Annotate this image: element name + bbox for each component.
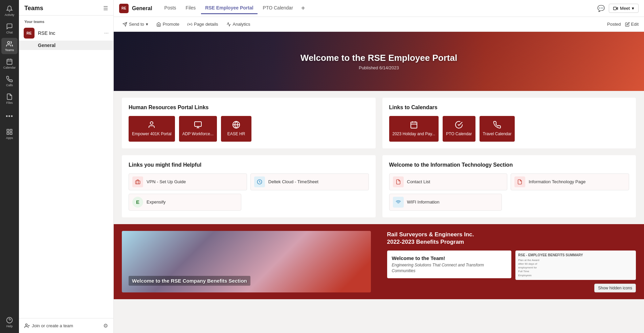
main-content: RE General Posts Files RSE Employee Port… bbox=[114, 0, 644, 333]
helpful-link-row-2: E Expensify bbox=[129, 194, 369, 211]
tab-rse-employee-portal[interactable]: RSE Employee Portal bbox=[201, 2, 257, 14]
actionbar: Send to ▾ Promote Page details Analytics… bbox=[114, 17, 644, 32]
welcome-card: Welcome to the Team! Engineering Solutio… bbox=[387, 251, 512, 279]
channel-title: General bbox=[132, 5, 152, 11]
ease-hr-button[interactable]: EASE HR bbox=[221, 116, 251, 142]
meet-button[interactable]: Meet ▾ bbox=[609, 4, 639, 13]
contact-list-icon bbox=[393, 176, 404, 187]
svg-rect-6 bbox=[10, 129, 12, 131]
it-link-row-2: WIFI Information bbox=[389, 194, 629, 211]
welcome-card-subtitle: Engineering Solutions That Connect and T… bbox=[392, 262, 507, 274]
helpful-section-title: Links you might find Helpful bbox=[129, 162, 369, 168]
svg-marker-14 bbox=[616, 7, 618, 9]
travel-calendar-button[interactable]: Travel Calendar bbox=[480, 116, 515, 142]
svg-rect-29 bbox=[135, 181, 140, 184]
hr-section: Human Resources Portal Links Empower 401… bbox=[122, 98, 376, 148]
teams-panel-footer: Join or create a team ⚙ bbox=[19, 318, 113, 333]
helpful-links: VPN - Set Up Guide Deltek Cloud - TimeSh… bbox=[129, 173, 369, 211]
channel-general[interactable]: General bbox=[19, 41, 113, 50]
it-links: Contact List Information Technology Page bbox=[389, 173, 629, 211]
it-page-icon bbox=[514, 176, 525, 187]
teams-settings-icon[interactable]: ⚙ bbox=[103, 323, 108, 329]
analytics-button[interactable]: Analytics bbox=[223, 20, 254, 28]
sidebar-item-chat[interactable]: Chat bbox=[1, 20, 18, 37]
tab-pto-calendar[interactable]: PTO Calendar bbox=[259, 2, 297, 14]
team-more-options[interactable]: ··· bbox=[104, 30, 109, 36]
channel-name: General bbox=[38, 43, 55, 48]
deltek-cloud-link[interactable]: Deltek Cloud - TimeSheet bbox=[250, 173, 369, 190]
tab-files[interactable]: Files bbox=[182, 2, 200, 14]
show-hidden-icons-button[interactable]: Show hidden icons bbox=[594, 284, 636, 292]
sidebar-item-help[interactable]: Help bbox=[1, 314, 18, 330]
analytics-label: Analytics bbox=[233, 22, 250, 27]
svg-rect-25 bbox=[411, 122, 417, 128]
bottom-section: Welcome to the RSE Company Benefits Sect… bbox=[114, 224, 644, 300]
send-to-button[interactable]: Send to ▾ bbox=[119, 20, 152, 28]
meet-label: Meet bbox=[620, 6, 630, 11]
actionbar-left: Send to ▾ Promote Page details Analytics bbox=[119, 20, 254, 28]
hero-title: Welcome to the RSE Employee Portal bbox=[301, 53, 457, 63]
it-page-label: Information Technology Page bbox=[529, 179, 585, 184]
team-avatar: RE bbox=[24, 28, 35, 39]
empower-401k-button[interactable]: Empower 401K Portal bbox=[129, 116, 175, 142]
calendars-section: Links to Calendars 2023 Holiday and Pay.… bbox=[382, 98, 636, 148]
wifi-icon bbox=[393, 197, 404, 208]
join-create-team-button[interactable]: Join or create a team bbox=[24, 323, 73, 329]
svg-rect-5 bbox=[7, 129, 9, 131]
svg-rect-1 bbox=[7, 59, 12, 64]
benefits-card[interactable]: Welcome to the RSE Company Benefits Sect… bbox=[122, 231, 371, 293]
svg-point-18 bbox=[189, 24, 191, 25]
edit-button[interactable]: Edit bbox=[625, 22, 639, 27]
teams-filter-icon[interactable]: ☰ bbox=[103, 5, 108, 11]
svg-rect-15 bbox=[614, 7, 617, 9]
adp-workforce-button[interactable]: ADP Workforce... bbox=[179, 116, 217, 142]
topbar-tabs: Posts Files RSE Employee Portal PTO Cale… bbox=[160, 2, 598, 14]
page-details-button[interactable]: Page details bbox=[184, 20, 222, 28]
sidebar-item-calls[interactable]: Calls bbox=[1, 73, 18, 89]
bottom-left: Welcome to the RSE Company Benefits Sect… bbox=[114, 224, 379, 300]
bottom-right: Rail Surveyors & Engineers Inc.2022-2023… bbox=[379, 224, 644, 300]
benefits-program-title: Rail Surveyors & Engineers Inc.2022-2023… bbox=[387, 231, 636, 246]
sidebar-item-files[interactable]: Files bbox=[1, 91, 18, 107]
page-details-label: Page details bbox=[194, 22, 218, 27]
sidebar-item-teams[interactable]: Teams bbox=[1, 38, 18, 54]
it-link-row-1: Contact List Information Technology Page bbox=[389, 173, 629, 190]
vpn-setup-link[interactable]: VPN - Set Up Guide bbox=[129, 173, 247, 190]
your-teams-label: Your teams bbox=[19, 16, 113, 26]
page-area: Welcome to the RSE Employee Portal Publi… bbox=[114, 32, 644, 333]
sidebar-item-activity[interactable]: Activity bbox=[1, 3, 18, 19]
hr-buttons: Empower 401K Portal ADP Workforce... EAS… bbox=[129, 116, 369, 142]
sidebar-item-more[interactable]: ••• bbox=[1, 108, 18, 124]
vpn-label: VPN - Set Up Guide bbox=[147, 179, 186, 184]
posted-label: Posted bbox=[607, 22, 621, 27]
wifi-info-label: WIFI Information bbox=[407, 199, 440, 205]
svg-point-0 bbox=[7, 41, 10, 44]
svg-rect-7 bbox=[10, 132, 12, 134]
sidebar-item-calendar[interactable]: Calendar bbox=[1, 55, 18, 72]
helpful-link-row-1: VPN - Set Up Guide Deltek Cloud - TimeSh… bbox=[129, 173, 369, 190]
tab-posts[interactable]: Posts bbox=[160, 2, 180, 14]
holiday-pay-button[interactable]: 2023 Holiday and Pay... bbox=[389, 116, 439, 142]
promote-button[interactable]: Promote bbox=[153, 20, 183, 28]
contact-list-label: Contact List bbox=[407, 179, 430, 184]
helpful-section: Links you might find Helpful VPN - Set U… bbox=[122, 155, 376, 217]
team-rse-inc[interactable]: RE RSE Inc ··· bbox=[19, 26, 113, 41]
content-sections: Human Resources Portal Links Empower 401… bbox=[114, 91, 644, 224]
deltek-label: Deltek Cloud - TimeSheet bbox=[268, 179, 318, 184]
sidebar: Activity Chat Teams Calendar Calls Files… bbox=[0, 0, 19, 333]
contact-list-link[interactable]: Contact List bbox=[389, 173, 508, 190]
chat-bubble-icon[interactable]: 💬 bbox=[597, 5, 605, 12]
sidebar-item-apps[interactable]: Apps bbox=[1, 126, 18, 142]
hero-banner: Welcome to the RSE Employee Portal Publi… bbox=[114, 32, 644, 91]
wifi-info-link[interactable]: WIFI Information bbox=[389, 194, 502, 211]
expensify-link[interactable]: E Expensify bbox=[129, 194, 241, 211]
add-tab-button[interactable]: + bbox=[298, 3, 308, 14]
it-section: Welcome to the Information Technology Se… bbox=[382, 155, 636, 217]
cal-buttons: 2023 Holiday and Pay... PTO Calendar Tra… bbox=[389, 116, 629, 142]
it-page-link[interactable]: Information Technology Page bbox=[511, 173, 629, 190]
pto-calendar-button[interactable]: PTO Calendar bbox=[443, 116, 475, 142]
svg-point-11 bbox=[25, 324, 27, 326]
expensify-icon: E bbox=[132, 197, 143, 208]
teams-panel: Teams ☰ Your teams RE RSE Inc ··· Genera… bbox=[19, 0, 114, 333]
topbar-right: 💬 Meet ▾ bbox=[597, 4, 639, 13]
